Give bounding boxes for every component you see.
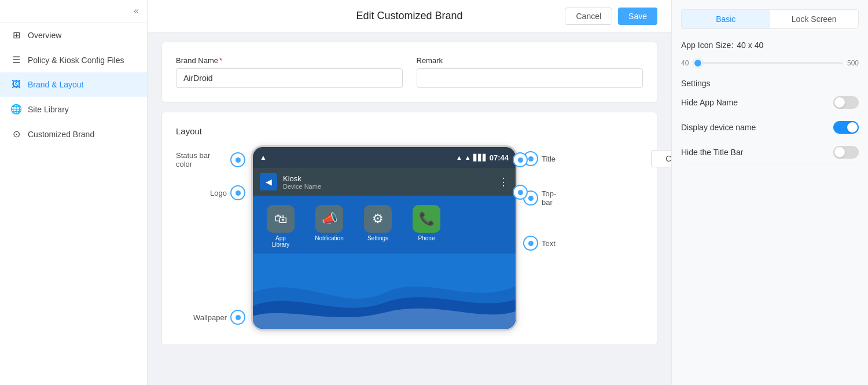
remark-group: Remark xyxy=(417,56,643,88)
clear-button[interactable]: Clear xyxy=(651,150,671,167)
toggle-knob xyxy=(834,97,845,108)
customized-brand-icon: ⊙ xyxy=(10,129,22,140)
device-preview: ▲ ▲ ▲ ▋▋▋ 07:44 ◀ xyxy=(251,145,517,331)
header: Edit Customized Brand Cancel Save xyxy=(148,0,671,32)
cancel-button[interactable]: Cancel xyxy=(565,8,612,25)
top-bar-dot-right[interactable] xyxy=(513,152,528,167)
signal-icons: ▲ ▲ ▋▋▋ 07:44 xyxy=(456,153,509,162)
overview-icon: ⊞ xyxy=(10,30,22,41)
layout-section-title: Layout xyxy=(176,126,643,136)
brand-name-card: Brand Name* Remark xyxy=(161,42,657,102)
status-bar-dot[interactable] xyxy=(230,152,245,167)
wallpaper-dot[interactable] xyxy=(230,310,245,325)
logo-dot[interactable] xyxy=(230,185,245,200)
display-device-name-row: Display device name xyxy=(681,115,859,140)
sidebar-item-policy[interactable]: ☰ Policy & Kiosk Config Files xyxy=(0,47,147,72)
right-panel: Basic Lock Screen App Icon Size: 40 x 40… xyxy=(671,0,868,385)
sidebar-item-label: Overview xyxy=(28,31,61,40)
app-icon-phone: 📞 xyxy=(413,205,440,233)
wallpaper-wave xyxy=(253,254,516,331)
text-connector-dot[interactable] xyxy=(523,236,538,251)
hide-app-name-toggle[interactable] xyxy=(833,96,859,109)
app-icon-settings: ⚙ xyxy=(364,205,392,233)
sidebar-item-label: Site Library xyxy=(28,105,69,114)
title-label: Title xyxy=(523,151,556,166)
text-dot-right[interactable] xyxy=(513,185,528,200)
brand-name-group: Brand Name* xyxy=(176,56,403,88)
brand-layout-icon: 🖼 xyxy=(10,79,22,90)
content-area: Brand Name* Remark Layout xyxy=(148,32,671,385)
settings-section-title: Settings xyxy=(681,79,859,88)
toggle-knob xyxy=(834,147,845,157)
hide-title-bar-row: Hide the Title Bar xyxy=(681,140,859,165)
app-icon-size-row: App Icon Size: 40 x 40 xyxy=(681,41,859,50)
sidebar-item-overview[interactable]: ⊞ Overview xyxy=(0,23,147,47)
brand-name-label: Brand Name* xyxy=(176,56,403,65)
app-name: Kiosk xyxy=(283,174,321,183)
remark-label: Remark xyxy=(417,56,643,65)
slider-max: 500 xyxy=(847,59,859,67)
sidebar-item-site-library[interactable]: 🌐 Site Library xyxy=(0,97,147,122)
policy-icon: ☰ xyxy=(10,54,22,65)
site-library-icon: 🌐 xyxy=(10,104,22,115)
collapse-icon[interactable]: « xyxy=(134,6,139,16)
icon-size-slider-row: 40 500 xyxy=(681,54,859,72)
status-bar-color-label: Status bar color xyxy=(176,151,245,168)
phone-body: 🛍 AppLibrary 📣 Notification ⚙ xyxy=(253,196,516,331)
app-icon-notification: 📣 xyxy=(315,205,343,233)
app-logo: ◀ xyxy=(260,173,277,190)
status-bar: ▲ ▲ ▲ ▋▋▋ 07:44 xyxy=(253,147,516,168)
list-item: 🛍 AppLibrary xyxy=(260,205,301,248)
brand-name-input[interactable] xyxy=(176,68,403,88)
sidebar-item-label: Customized Brand xyxy=(28,130,94,139)
tab-lock-screen[interactable]: Lock Screen xyxy=(770,10,859,28)
sidebar-item-label: Policy & Kiosk Config Files xyxy=(28,56,124,65)
sidebar-item-brand-layout[interactable]: 🖼 Brand & Layout xyxy=(0,72,147,97)
slider-min: 40 xyxy=(681,59,689,67)
sidebar: « ⊞ Overview ☰ Policy & Kiosk Config Fil… xyxy=(0,0,148,385)
logo-label: Logo xyxy=(210,185,245,200)
hide-title-bar-toggle[interactable] xyxy=(833,146,859,159)
app-icon-size-value: 40 x 40 xyxy=(737,41,763,50)
app-grid: 🛍 AppLibrary 📣 Notification ⚙ xyxy=(260,205,509,248)
list-item: 📞 Phone xyxy=(406,205,447,248)
save-button[interactable]: Save xyxy=(618,8,657,25)
app-icon-app-library: 🛍 xyxy=(267,205,295,233)
more-icon: ⋮ xyxy=(498,175,509,188)
main-area: Edit Customized Brand Cancel Save Brand … xyxy=(148,0,671,385)
hide-app-name-label: Hide App Name xyxy=(681,98,738,107)
sidebar-item-customized-brand[interactable]: ⊙ Customized Brand xyxy=(0,122,147,146)
layout-card: Layout Status bar color Logo xyxy=(161,112,657,345)
top-bar-label: Top-bar xyxy=(523,189,556,207)
sidebar-item-label: Brand & Layout xyxy=(28,80,84,89)
app-bar: ◀ Kiosk Device Name ⋮ xyxy=(253,168,516,196)
hide-app-name-row: Hide App Name xyxy=(681,90,859,115)
hide-title-bar-label: Hide the Title Bar xyxy=(681,148,743,157)
tab-basic[interactable]: Basic xyxy=(682,10,770,28)
app-icon-size-label: App Icon Size: xyxy=(681,41,733,50)
device-name-preview: Device Name xyxy=(283,183,321,190)
remark-input[interactable] xyxy=(417,68,643,88)
wallpaper-label: Wallpaper xyxy=(193,310,245,325)
tab-bar: Basic Lock Screen xyxy=(681,9,859,29)
list-item: 📣 Notification xyxy=(308,205,350,248)
page-title: Edit Customized Brand xyxy=(356,10,462,22)
display-device-name-label: Display device name xyxy=(681,123,756,132)
toggle-knob xyxy=(847,122,858,133)
display-device-name-toggle[interactable] xyxy=(833,121,859,134)
text-label-right: Text xyxy=(523,236,556,251)
list-item: ⚙ Settings xyxy=(357,205,399,248)
sidebar-toggle[interactable]: « xyxy=(0,0,147,23)
app-icon-size-slider[interactable] xyxy=(693,62,843,64)
